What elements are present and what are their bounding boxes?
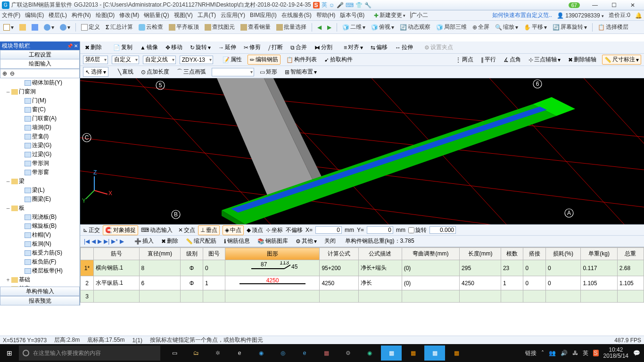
pointlen-button[interactable]: ⊙点加长度 — [139, 67, 171, 76]
rotate-button[interactable]: ↻旋转▾ — [188, 43, 213, 52]
perp-toggle[interactable]: ⊥垂点 — [198, 225, 220, 235]
menu-draw[interactable]: 绘图(D) — [96, 11, 115, 19]
delete-row-button[interactable]: ✖删除 — [159, 237, 180, 246]
sumcalc-button[interactable]: Σ汇总计算 — [104, 23, 134, 32]
notify-badge[interactable]: 67 — [569, 2, 580, 8]
x-input[interactable]: 0 — [315, 226, 342, 234]
app-2-icon[interactable]: ◉ — [251, 346, 272, 361]
account-number[interactable]: 👤 13907298339 ▾ — [557, 12, 604, 19]
tree-node[interactable]: 圈梁(E) — [0, 195, 80, 204]
arc-dropdown[interactable] — [212, 68, 254, 76]
mirror-button[interactable]: ▲镜像 — [138, 43, 160, 52]
ortho-toggle[interactable]: ⊾正交 — [83, 226, 100, 234]
tree-node[interactable]: 螺旋板(B) — [0, 222, 80, 230]
steel-info-button[interactable]: ℹ钢筋信息 — [222, 237, 252, 246]
tree-node[interactable]: 带形洞 — [0, 159, 80, 168]
tree-node[interactable]: 连梁(G) — [0, 141, 80, 150]
current-user[interactable]: 广小二 — [410, 11, 428, 19]
tree-node[interactable]: +基础 — [0, 275, 80, 284]
redo-button[interactable]: ▾ — [58, 24, 72, 31]
menu-floor[interactable]: 楼层(L) — [49, 11, 67, 19]
menu-file[interactable]: 文件(F) — [2, 11, 20, 19]
smartlayout-button[interactable]: ⊞智能布置▾ — [283, 67, 319, 76]
screenrotate-button[interactable]: 🔄屏幕旋转▾ — [551, 23, 588, 32]
stretch-button[interactable]: ↔拉伸 — [393, 43, 415, 52]
setgrip-button[interactable]: ⚙设置夹点 — [422, 43, 455, 52]
tree-node[interactable]: 窗(C) — [0, 105, 80, 114]
split-button[interactable]: ⧓分割 — [313, 43, 334, 52]
dyninput-toggle[interactable]: ⌨动态输入 — [141, 226, 173, 234]
findelem-button[interactable]: 查找图元 — [203, 23, 236, 32]
offset-dropdown[interactable]: 不偏移 — [286, 226, 303, 234]
coord-toggle[interactable]: ⊹坐标 — [266, 226, 283, 234]
tray-link[interactable]: 链接 — [525, 349, 537, 357]
tree-node[interactable]: –门窗洞 — [0, 87, 80, 96]
insert-row-button[interactable]: ➕插入 — [132, 237, 156, 246]
tree-node[interactable]: 现浇板(B) — [0, 213, 80, 222]
undo-button[interactable]: ▾ — [42, 24, 56, 31]
close-panel-button[interactable]: 关闭 — [322, 237, 338, 246]
floor-dropdown[interactable]: 第6层 — [83, 56, 108, 64]
2d3d-button[interactable]: 🧊二维▾ — [341, 23, 367, 32]
flattop-button[interactable]: 平齐板顶 — [167, 23, 200, 32]
tray-sogou-icon[interactable]: S — [593, 350, 599, 356]
pick-button[interactable]: ➹拾取构件 — [322, 55, 355, 64]
tree-node[interactable]: 过梁(G) — [0, 150, 80, 159]
dynview-button[interactable]: 🔄动态观察 — [398, 23, 432, 32]
record-nav[interactable]: |◀◀▶▶|▶*▶ — [83, 238, 125, 245]
attr-button[interactable]: 📝属性 — [221, 55, 244, 64]
mid-toggle[interactable]: ◈中点 — [223, 225, 244, 235]
collapse-icon[interactable]: ⊖ — [10, 70, 15, 77]
app-5-icon[interactable]: ▦ — [381, 346, 402, 361]
menu-modify[interactable]: 修改(M) — [119, 11, 139, 19]
tree-node[interactable]: 砌体加筋(Y) — [0, 78, 80, 87]
tree-node[interactable]: 带形窗 — [0, 168, 80, 177]
pan-button[interactable]: ✋平移▾ — [522, 23, 548, 32]
steel-lib-button[interactable]: 📚钢筋图库 — [256, 237, 290, 246]
cloudcheck-button[interactable]: 云检查 — [137, 23, 165, 32]
editsteel-button[interactable]: ✏编辑钢筋 — [248, 55, 281, 65]
scale-rebar-button[interactable]: 📏缩尺配筋 — [184, 237, 218, 246]
threearc-button[interactable]: ⌒三点画弧 — [175, 67, 208, 76]
taskbar-search[interactable]: 在这里输入你要搜索的内容 — [19, 346, 160, 361]
merge-button[interactable]: ⧉合并 — [289, 43, 309, 52]
threeaux-button[interactable]: ⊹三点辅轴▾ — [527, 55, 562, 64]
ie-icon[interactable]: e — [294, 346, 315, 361]
app-3-icon[interactable]: ▦ — [316, 346, 337, 361]
settings-icon[interactable]: ⚙ — [338, 346, 358, 361]
move-button[interactable]: ✥移动 — [164, 43, 184, 52]
code-dropdown[interactable]: ZDYX-13 — [180, 56, 213, 64]
rotate-check[interactable]: 旋转 — [408, 226, 427, 234]
menu-help[interactable]: 帮助(H) — [316, 11, 336, 19]
tray-people-icon[interactable]: 👥 — [549, 350, 556, 356]
menu-view[interactable]: 视图(V) — [174, 11, 193, 19]
next-button[interactable]: ▶ — [326, 24, 333, 31]
viewsteel-button[interactable]: 查看钢量 — [239, 23, 272, 32]
notifications-icon[interactable]: 💬 — [633, 350, 640, 356]
save-button[interactable] — [30, 24, 40, 31]
select-button[interactable]: ↖选择▾ — [83, 67, 108, 77]
menu-cloud[interactable]: 云应用(Y) — [221, 11, 245, 19]
bell-icon[interactable]: 🔔 — [635, 12, 642, 19]
tray-up-icon[interactable]: ˄ — [541, 350, 544, 356]
menu-version[interactable]: 版本号(B) — [340, 11, 364, 19]
category-dropdown[interactable]: 自定义 — [112, 56, 139, 64]
coin-balance[interactable]: 造价豆:0 — [609, 11, 630, 19]
rect-button[interactable]: ▭矩形 — [258, 67, 279, 76]
taskbar-clock[interactable]: 10:422018/5/14 — [603, 347, 628, 359]
trim-button[interactable]: ✂修剪 — [242, 43, 263, 52]
cross-toggle[interactable]: ✕交点 — [178, 226, 195, 234]
break-button[interactable]: ⧸打断 — [266, 43, 285, 52]
component-tree[interactable]: 砌体加筋(Y)–门窗洞门(M)窗(C)门联窗(A)墙洞(D)壁龛(I)连梁(G)… — [0, 78, 80, 295]
pointangle-button[interactable]: ∡点角 — [502, 55, 523, 64]
complist-button[interactable]: 📋构件列表 — [284, 55, 319, 64]
open-button[interactable] — [18, 24, 27, 31]
type-dropdown[interactable]: 自定义线 — [143, 56, 176, 64]
app-8-icon[interactable]: ▦ — [446, 346, 467, 361]
menu-steel[interactable]: 钢筋量(Q) — [144, 11, 169, 19]
minimize-button[interactable]: — — [586, 1, 604, 9]
ime-bar[interactable]: S 英 ☺ 🎤 ⌨ 👕 🔧 — [313, 1, 372, 9]
line-button[interactable]: ╲直线 — [116, 67, 135, 76]
local3d-button[interactable]: 🧊局部三维 — [435, 23, 468, 32]
tree-node[interactable]: 门(M) — [0, 96, 80, 105]
